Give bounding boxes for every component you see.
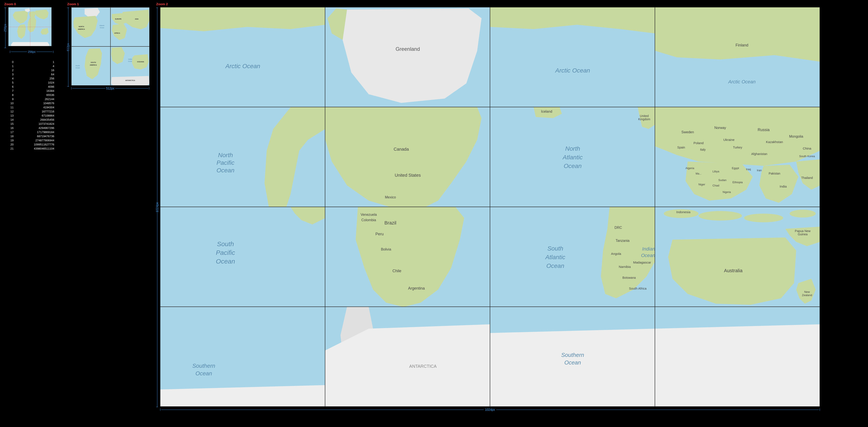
zoom2-tile-3-2: Southern Ocean [490, 307, 655, 406]
svg-text:Sudan: Sudan [718, 178, 726, 182]
svg-text:United States: United States [395, 173, 421, 178]
svg-text:Canada: Canada [394, 147, 409, 152]
svg-text:South: South [217, 240, 234, 247]
svg-text:Russia: Russia [757, 128, 770, 132]
stat-zoom: 10 [4, 101, 22, 105]
svg-text:Madagascar: Madagascar [633, 261, 651, 264]
stat-tiles: 274877906944 [22, 138, 56, 143]
svg-text:AMERICA: AMERICA [90, 64, 97, 66]
zoom1-height-label: 512px [66, 43, 70, 51]
svg-text:ANTARCTICA: ANTARCTICA [125, 80, 135, 81]
svg-text:Italy: Italy [700, 148, 706, 151]
svg-text:Ocean: Ocean [128, 61, 132, 62]
svg-text:Mongolia: Mongolia [789, 134, 803, 138]
svg-text:Ethiopia: Ethiopia [733, 181, 743, 184]
svg-marker-161 [655, 324, 820, 406]
svg-text:Finland: Finland [736, 43, 748, 47]
svg-text:Pacific: Pacific [216, 249, 235, 256]
svg-text:Guinea: Guinea [798, 233, 807, 236]
stat-zoom: 16 [4, 126, 22, 130]
stat-zoom: 21 [4, 147, 22, 151]
zoom2-tile-1-1: Canada United States Mexico [325, 107, 490, 207]
svg-text:Mexico: Mexico [385, 195, 396, 199]
stat-zoom: 3 [4, 72, 22, 77]
svg-text:Venezuela: Venezuela [361, 213, 377, 216]
stat-tiles: 64 [22, 72, 56, 77]
zoom2-size-label: 1024px [484, 408, 496, 411]
zoom2-height-label: 1024px [155, 202, 159, 212]
stat-zoom: 6 [4, 85, 22, 89]
zoom1-label: Zoom 1 [67, 2, 150, 6]
svg-text:Kingdom: Kingdom [638, 117, 650, 121]
svg-text:Southern: Southern [192, 363, 215, 369]
stat-tiles: 1 [22, 60, 56, 64]
svg-text:Atlantic: Atlantic [562, 154, 583, 161]
svg-text:Zealand: Zealand [802, 294, 812, 297]
stat-zoom: 4 [4, 77, 22, 81]
svg-text:Indonesia: Indonesia [676, 210, 690, 214]
zoom1-panel: Zoom 1 512px [67, 2, 150, 411]
stat-tiles: 1024 [22, 81, 56, 85]
svg-text:Ocean: Ocean [100, 27, 104, 28]
stat-tiles: 67108864 [22, 114, 56, 118]
svg-text:Ocean: Ocean [216, 258, 235, 265]
stat-zoom: 1 [4, 64, 22, 68]
zoom0-width-label: 256px [27, 50, 36, 53]
svg-text:Poland: Poland [693, 141, 704, 145]
svg-rect-106 [160, 207, 325, 307]
stat-tiles: 4 [22, 64, 56, 68]
svg-point-138 [790, 210, 816, 217]
zoom2-tile-3-0: Southern Ocean [160, 307, 325, 406]
stat-tiles: 16 [22, 68, 56, 72]
stat-tiles: 1099511627776 [22, 143, 56, 147]
stat-tiles: 16777216 [22, 110, 56, 114]
stat-tiles: 16384 [22, 89, 56, 93]
stat-zoom: 14 [4, 118, 22, 122]
stat-zoom: 11 [4, 105, 22, 110]
svg-text:Indian: Indian [128, 58, 132, 60]
svg-text:Botswana: Botswana [622, 276, 636, 279]
svg-text:Pacific: Pacific [75, 65, 80, 66]
zoom1-size-label: 512px [105, 87, 115, 90]
svg-text:Sweden: Sweden [681, 130, 694, 134]
stat-zoom: 15 [4, 122, 22, 126]
zoom1-tile-3: Indian Ocean OCEANIA ANTARCTICA [111, 47, 150, 86]
svg-text:Ocean: Ocean [564, 162, 582, 169]
svg-text:Egypt: Egypt [732, 166, 739, 170]
svg-text:Norway: Norway [714, 126, 726, 130]
svg-text:Ocean: Ocean [641, 253, 655, 258]
svg-text:AMERICA: AMERICA [78, 28, 85, 30]
stat-zoom: 12 [4, 110, 22, 114]
svg-text:SOUTH: SOUTH [91, 62, 96, 63]
zoom1-tile-1: EUROPE ASIA AFRICA [111, 7, 150, 47]
stat-zoom: 19 [4, 138, 22, 143]
svg-text:Nigeria: Nigeria [723, 191, 731, 194]
zoom1-tile-0: NORTH AMERICA Atlantic Ocean [71, 7, 111, 47]
stat-tiles: 4294967296 [22, 126, 56, 130]
svg-text:Tanzania: Tanzania [616, 239, 629, 242]
stat-tiles: 68719476736 [22, 134, 56, 138]
zoom2-tile-2-0: South Pacific Ocean [160, 207, 325, 307]
svg-text:South Korea: South Korea [799, 155, 815, 158]
svg-text:Chad: Chad [712, 184, 719, 187]
zoom0-panel: Zoom 0 256px [4, 2, 61, 411]
svg-text:Pacific: Pacific [217, 159, 235, 166]
svg-text:Ocean: Ocean [75, 67, 80, 69]
svg-text:EUROPE: EUROPE [115, 18, 122, 20]
stat-zoom: 7 [4, 89, 22, 93]
svg-text:OCEANIA: OCEANIA [137, 61, 144, 63]
zoom2-tile-0-0: Arctic Ocean [160, 7, 325, 107]
stat-tiles: 268435456 [22, 118, 56, 122]
stat-zoom: 17 [4, 130, 22, 134]
svg-text:Angola: Angola [611, 252, 621, 255]
zoom2-tile-0-1: Greenland [325, 7, 490, 107]
svg-text:Greenland: Greenland [396, 46, 420, 52]
svg-marker-51 [655, 7, 820, 62]
svg-text:Afghanistan: Afghanistan [751, 152, 767, 156]
zoom2-tile-0-3: Finland Arctic Ocean [655, 7, 820, 107]
stats-table: 0114216364425651024640967163848655369262… [4, 60, 56, 151]
svg-text:Peru: Peru [375, 232, 384, 236]
svg-text:Ukraine: Ukraine [723, 138, 735, 142]
svg-text:Turkey: Turkey [733, 146, 742, 149]
zoom2-tile-1-3: Sweden Norway Poland Ukraine Spain Italy… [655, 107, 820, 207]
